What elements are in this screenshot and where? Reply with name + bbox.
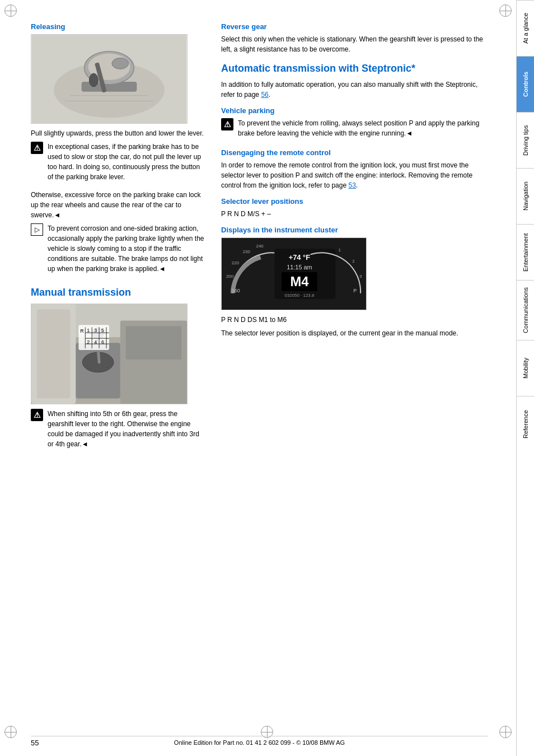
svg-text:160: 160 bbox=[232, 288, 240, 293]
reverse-gear-section: Reverse gear Select this only when the v… bbox=[221, 22, 491, 54]
vehicle-parking-text: To prevent the vehicle from rolling, alw… bbox=[238, 118, 491, 138]
disengaging-text1: In order to remove the remote control fr… bbox=[221, 161, 472, 189]
two-column-layout: Releasing bbox=[31, 22, 491, 457]
cluster-caption1: P R N D DS M1 to M6 bbox=[221, 315, 491, 325]
releasing-section: Releasing bbox=[31, 22, 204, 277]
page-footer: 55 Online Edition for Part no. 01 41 2 6… bbox=[31, 736, 488, 746]
svg-point-5 bbox=[112, 58, 129, 69]
svg-text:3: 3 bbox=[359, 274, 362, 279]
svg-text:200: 200 bbox=[226, 274, 234, 279]
svg-rect-34 bbox=[126, 326, 181, 360]
automatic-transmission-section: Automatic transmission with Steptronic* … bbox=[221, 62, 491, 100]
cluster-image: 160 200 220 230 240 +74 °F 11:15 am bbox=[221, 237, 367, 310]
sidebar-tab-entertainment[interactable]: Entertainment bbox=[517, 224, 534, 280]
manual-warning-text: When shifting into 5th or 6th gear, pres… bbox=[48, 409, 204, 449]
displays-heading: Displays in the instrument cluster bbox=[221, 226, 491, 234]
sidebar-tab-controls[interactable]: Controls bbox=[517, 56, 534, 112]
auto-body-text1: In addition to fully automatic operation… bbox=[221, 81, 477, 99]
disengaging-heading: Disengaging the remote control bbox=[221, 148, 491, 157]
left-column: Releasing bbox=[31, 22, 204, 457]
selector-lever-section: Selector lever positions P R N D M/S + – bbox=[221, 197, 491, 219]
warning-icon-3: ⚠ bbox=[221, 118, 233, 130]
svg-text:M4: M4 bbox=[290, 274, 309, 289]
manual-transmission-svg: R 1 3 5 2 4 bbox=[31, 304, 187, 404]
manual-transmission-image: R 1 3 5 2 4 bbox=[31, 304, 188, 404]
releasing-note-text: To prevent corrosion and one-sided braki… bbox=[48, 223, 204, 274]
svg-text:1: 1 bbox=[338, 248, 341, 253]
main-content: Releasing bbox=[0, 0, 516, 756]
warning-icon-1: ⚠ bbox=[31, 142, 43, 154]
reverse-gear-heading: Reverse gear bbox=[221, 22, 491, 31]
svg-text:032050 · 123.8: 032050 · 123.8 bbox=[284, 293, 314, 298]
page-container: Releasing bbox=[0, 0, 534, 756]
footer-text: Online Edition for Part no. 01 41 2 602 … bbox=[174, 739, 345, 746]
svg-rect-13 bbox=[37, 310, 71, 399]
disengaging-section: Disengaging the remote control In order … bbox=[221, 148, 491, 190]
releasing-image bbox=[31, 34, 188, 124]
vehicle-parking-heading: Vehicle parking bbox=[221, 106, 491, 115]
sidebar-tab-mobility[interactable]: Mobility bbox=[517, 340, 534, 396]
disengaging-page-ref[interactable]: 53 bbox=[348, 181, 355, 189]
svg-point-7 bbox=[89, 73, 98, 87]
selector-lever-heading: Selector lever positions bbox=[221, 197, 491, 206]
manual-warning: ⚠ When shifting into 5th or 6th gear, pr… bbox=[31, 409, 204, 452]
svg-text:230: 230 bbox=[243, 250, 251, 255]
cluster-caption2: The selector lever position is displayed… bbox=[221, 328, 491, 338]
releasing-heading: Releasing bbox=[31, 22, 204, 31]
manual-transmission-heading: Manual transmission bbox=[31, 286, 204, 299]
releasing-warning-text: In exceptional cases, if the parking bra… bbox=[48, 142, 204, 182]
selector-lever-positions: P R N D M/S + – bbox=[221, 209, 491, 219]
automatic-transmission-heading: Automatic transmission with Steptronic* bbox=[221, 62, 491, 75]
sidebar-tabs: At a glance Controls Driving tips Naviga… bbox=[516, 0, 534, 756]
sidebar-tab-navigation[interactable]: Navigation bbox=[517, 168, 534, 224]
svg-text:1: 1 bbox=[87, 328, 90, 334]
disengaging-body: In order to remove the remote control fr… bbox=[221, 160, 491, 190]
displays-section: Displays in the instrument cluster 160 2… bbox=[221, 226, 491, 338]
svg-text:P: P bbox=[353, 288, 357, 293]
releasing-body: Pull slightly upwards, press the button … bbox=[31, 128, 204, 138]
svg-text:2: 2 bbox=[352, 259, 354, 264]
reverse-gear-body: Select this only when the vehicle is sta… bbox=[221, 34, 491, 54]
sidebar-tab-reference[interactable]: Reference bbox=[517, 396, 534, 452]
warning-icon-2: ⚠ bbox=[31, 409, 43, 421]
svg-text:11:15 am: 11:15 am bbox=[287, 264, 312, 270]
releasing-warning: ⚠ In exceptional cases, if the parking b… bbox=[31, 142, 204, 185]
sidebar-tab-driving-tips[interactable]: Driving tips bbox=[517, 112, 534, 168]
vehicle-parking-warning: ⚠ To prevent the vehicle from rolling, a… bbox=[221, 118, 491, 142]
cluster-svg: 160 200 220 230 240 +74 °F 11:15 am bbox=[222, 237, 366, 310]
right-column: Reverse gear Select this only when the v… bbox=[221, 22, 491, 457]
svg-text:220: 220 bbox=[232, 261, 240, 266]
automatic-body: In addition to fully automatic operation… bbox=[221, 80, 491, 100]
page-number: 55 bbox=[31, 739, 39, 747]
releasing-svg bbox=[31, 35, 187, 123]
svg-text:5: 5 bbox=[101, 328, 104, 334]
svg-text:+74 °F: +74 °F bbox=[289, 254, 311, 262]
releasing-body2: Otherwise, excessive force on the parkin… bbox=[31, 190, 204, 220]
svg-text:2: 2 bbox=[87, 340, 90, 346]
disengaging-suffix: . bbox=[356, 181, 358, 189]
svg-text:6: 6 bbox=[101, 340, 104, 346]
svg-text:3: 3 bbox=[94, 328, 97, 334]
svg-text:R: R bbox=[80, 329, 84, 334]
sidebar-tab-at-a-glance[interactable]: At a glance bbox=[517, 0, 534, 56]
sidebar-tab-communications[interactable]: Communications bbox=[517, 280, 534, 340]
auto-page-ref[interactable]: 56 bbox=[261, 91, 268, 99]
manual-transmission-section: Manual transmission bbox=[31, 286, 204, 452]
auto-body-suffix: . bbox=[269, 91, 270, 99]
svg-text:240: 240 bbox=[256, 244, 264, 249]
svg-text:4: 4 bbox=[94, 340, 97, 346]
vehicle-parking-section: Vehicle parking ⚠ To prevent the vehicle… bbox=[221, 106, 491, 142]
releasing-note: ▷ To prevent corrosion and one-sided bra… bbox=[31, 223, 204, 277]
note-icon-1: ▷ bbox=[31, 223, 43, 236]
